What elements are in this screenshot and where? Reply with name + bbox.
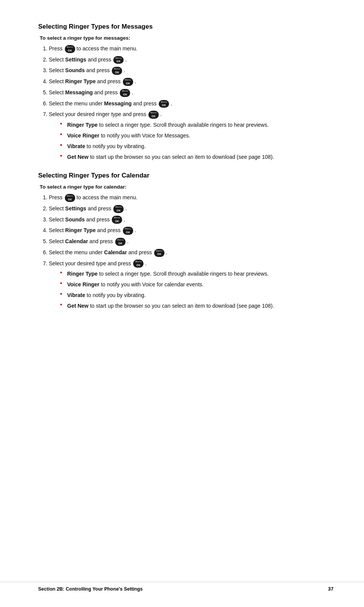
step-messages-5: Select Messaging and press Menu OK .: [49, 89, 333, 97]
menu-ok-button-c5: Menu OK: [115, 238, 126, 246]
bullet-cal-voice-ringer: Voice Ringer to notify you with Voice fo…: [67, 281, 333, 289]
page-content: Selecting Ringer Types for Messages To s…: [0, 0, 364, 351]
step-text: .: [124, 216, 125, 223]
step-text: Press: [49, 45, 64, 52]
step-text: Select Settings and press: [49, 205, 113, 211]
bullets-calendar: Ringer Type to select a ringer type. Scr…: [67, 270, 333, 310]
step-text: .: [127, 238, 129, 244]
menu-ok-button-c2: Menu OK: [113, 205, 124, 213]
footer-page-number: 37: [328, 586, 333, 592]
step-calendar-6: Select the menu under Calendar and press…: [49, 249, 333, 257]
step-text: Select the menu under Calendar and press: [49, 249, 153, 255]
menu-ok-button-5: Menu OK: [120, 89, 130, 97]
step-text: .: [132, 89, 133, 95]
menu-ok-button-c6: Menu OK: [154, 249, 164, 257]
menu-ok-button-c1: Menu OK: [65, 194, 75, 202]
step-calendar-2: Select Settings and press Menu OK .: [49, 205, 333, 213]
step-text: Select Settings and press: [49, 57, 113, 63]
step-text: Select Calendar and press: [49, 238, 114, 244]
step-text: Select Ringer Type and press: [49, 78, 122, 84]
bullet-voice-ringer: Voice Ringer to notify you with Voice fo…: [67, 132, 333, 140]
step-calendar-3: Select Sounds and press Menu OK .: [49, 216, 333, 224]
step-calendar-1: Press Menu OK to access the main menu.: [49, 194, 333, 202]
section-calendar-subtitle: To select a ringer type for calendar:: [40, 184, 333, 190]
menu-ok-button-7: Menu OK: [148, 111, 159, 119]
step-text: .: [135, 78, 136, 84]
footer-section-label: Section 2B: Controlling Your Phone's Set…: [38, 586, 143, 592]
bullets-messages: Ringer Type to select a ringer type. Scr…: [67, 121, 333, 161]
step-text: Select your desired ringer type and pres…: [49, 111, 148, 117]
step-text: Select Sounds and press: [49, 216, 111, 223]
step-text: Select your desired type and press: [49, 260, 132, 266]
step-text: .: [125, 205, 127, 211]
section-calendar-title: Selecting Ringer Types for Calendar: [38, 172, 333, 179]
section-messages-title: Selecting Ringer Types for Messages: [38, 23, 333, 31]
bullet-get-new: Get New to start up the browser so you c…: [67, 153, 333, 161]
step-text: .: [124, 67, 125, 73]
menu-ok-button-6: Menu OK: [159, 100, 169, 108]
step-text: Press: [49, 194, 64, 200]
menu-ok-button-2: Menu OK: [113, 56, 124, 64]
step-text: Select Messaging and press: [49, 89, 119, 95]
bullet-vibrate: Vibrate to notify you by vibrating.: [67, 142, 333, 150]
section-messages-subtitle: To select a ringer type for messages:: [40, 35, 333, 41]
menu-ok-button-1: Menu OK: [65, 45, 75, 53]
bullet-cal-ringer-type: Ringer Type to select a ringer type. Scr…: [67, 270, 333, 278]
step-messages-6: Select the menu under Messaging and pres…: [49, 100, 333, 108]
step-text: .: [145, 260, 147, 266]
steps-messages: Press Menu OK to access the main menu. S…: [49, 45, 333, 161]
step-text: Select Ringer Type and press: [49, 227, 122, 233]
bullet-cal-get-new: Get New to start up the browser so you c…: [67, 302, 333, 310]
step-text: .: [135, 227, 136, 233]
step-messages-7: Select your desired ringer type and pres…: [49, 110, 333, 161]
page-footer: Section 2B: Controlling Your Phone's Set…: [0, 582, 364, 592]
step-text: .: [160, 111, 162, 117]
step-messages-1: Press Menu OK to access the main menu.: [49, 45, 333, 53]
step-text: to access the main menu.: [77, 45, 138, 52]
step-calendar-4: Select Ringer Type and press Menu OK .: [49, 226, 333, 235]
step-messages-3: Select Sounds and press Menu OK .: [49, 66, 333, 75]
menu-ok-button-4: Menu OK: [123, 78, 133, 86]
step-calendar-7: Select your desired type and press Menu …: [49, 260, 333, 310]
steps-calendar: Press Menu OK to access the main menu. S…: [49, 194, 333, 310]
menu-ok-button-c3: Menu OK: [112, 216, 122, 224]
menu-ok-button-3: Menu OK: [112, 67, 122, 75]
menu-ok-button-c4: Menu OK: [123, 227, 133, 235]
step-messages-2: Select Settings and press Menu OK .: [49, 56, 333, 64]
step-calendar-5: Select Calendar and press Menu OK .: [49, 237, 333, 246]
menu-ok-button-c7: Menu OK: [133, 260, 143, 268]
step-text: Select Sounds and press: [49, 67, 111, 73]
bullet-ringer-type: Ringer Type to select a ringer type. Scr…: [67, 121, 333, 129]
step-text: to access the main menu.: [77, 194, 138, 200]
step-text: Select the menu under Messaging and pres…: [49, 100, 158, 107]
step-messages-4: Select Ringer Type and press Menu OK .: [49, 77, 333, 86]
step-text: .: [166, 249, 168, 255]
section-messages: Selecting Ringer Types for Messages To s…: [38, 23, 333, 161]
bullet-cal-vibrate: Vibrate to notify you by vibrating.: [67, 291, 333, 299]
step-text: .: [125, 57, 127, 63]
section-calendar: Selecting Ringer Types for Calendar To s…: [38, 172, 333, 310]
step-text: .: [171, 100, 172, 107]
